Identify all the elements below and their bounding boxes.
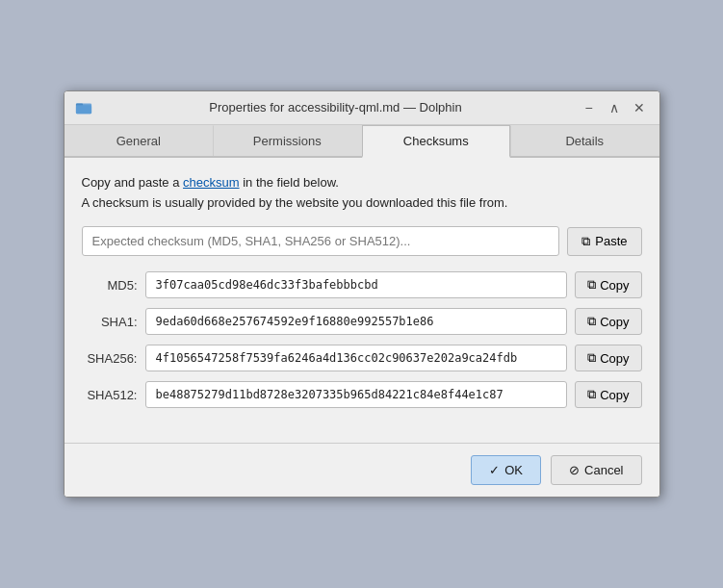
sha256-copy-label: Copy <box>600 351 629 366</box>
sha256-label: SHA256: <box>82 351 138 366</box>
sha512-copy-label: Copy <box>600 388 629 402</box>
checksum-input[interactable] <box>82 226 560 256</box>
sha1-label: SHA1: <box>82 315 138 329</box>
sha512-label: SHA512: <box>82 388 138 402</box>
tab-checksums[interactable]: Checksums <box>362 125 511 158</box>
checksum-highlight: checksum <box>183 175 240 190</box>
paste-row: Paste <box>82 226 642 256</box>
tab-bar: General Permissions Checksums Details <box>65 125 659 158</box>
md5-row: MD5: 3f07caa05cd98e46dc33f3bafebbbcbd Co… <box>82 271 642 298</box>
content-area: Copy and paste a checksum in the field b… <box>65 158 659 434</box>
md5-copy-label: Copy <box>600 278 629 293</box>
ok-icon <box>489 463 500 477</box>
sha512-row: SHA512: be48875279d11bd8728e3207335b965d… <box>82 381 642 408</box>
sha1-row: SHA1: 9eda60d668e257674592e9f16880e99255… <box>82 308 642 335</box>
sha512-copy-button[interactable]: Copy <box>575 381 641 408</box>
window-controls: − ∧ ✕ <box>579 97 650 118</box>
paste-icon <box>581 234 590 249</box>
footer: OK Cancel <box>65 444 659 497</box>
sha256-copy-button[interactable]: Copy <box>575 345 641 371</box>
tab-general[interactable]: General <box>65 125 214 156</box>
tab-details[interactable]: Details <box>510 125 659 156</box>
svg-rect-2 <box>75 105 90 114</box>
sha1-copy-label: Copy <box>600 315 629 329</box>
copy-icon-sha512 <box>587 387 596 402</box>
close-button[interactable]: ✕ <box>629 97 650 118</box>
sha512-value: be48875279d11bd8728e3207335b965d84221c84… <box>145 381 568 408</box>
minimize-button[interactable]: − <box>579 97 600 118</box>
copy-icon-sha1 <box>587 314 596 329</box>
md5-label: MD5: <box>82 278 138 293</box>
sha1-value: 9eda60d668e257674592e9f16880e992557b1e86 <box>145 308 568 335</box>
sha1-copy-button[interactable]: Copy <box>575 308 641 335</box>
ok-label: OK <box>504 463 523 477</box>
sha256-row: SHA256: 4f1056547258f7539fa6246a4d136cc0… <box>82 345 642 371</box>
info-line2: A checksum is usually provided by the we… <box>82 193 642 214</box>
info-line1: Copy and paste a checksum in the field b… <box>82 173 642 193</box>
ok-button[interactable]: OK <box>471 455 541 485</box>
titlebar: Properties for accessibility-qml.md — Do… <box>65 91 659 125</box>
cancel-label: Cancel <box>584 463 623 477</box>
folder-icon <box>74 98 93 117</box>
paste-button[interactable]: Paste <box>567 227 641 256</box>
cancel-icon <box>569 463 580 477</box>
tab-permissions[interactable]: Permissions <box>213 125 362 156</box>
md5-copy-button[interactable]: Copy <box>575 271 641 298</box>
copy-icon-md5 <box>587 277 596 293</box>
sha256-value: 4f1056547258f7539fa6246a4d136cc02c90637e… <box>145 345 568 371</box>
maximize-button[interactable]: ∧ <box>604 97 625 118</box>
cancel-button[interactable]: Cancel <box>551 455 641 485</box>
dialog-window: Properties for accessibility-qml.md — Do… <box>64 90 660 499</box>
copy-icon-sha256 <box>587 350 596 366</box>
info-text: Copy and paste a checksum in the field b… <box>82 173 642 214</box>
window-title: Properties for accessibility-qml.md — Do… <box>101 100 571 115</box>
paste-button-label: Paste <box>595 234 627 248</box>
md5-value: 3f07caa05cd98e46dc33f3bafebbbcbd <box>145 271 568 298</box>
